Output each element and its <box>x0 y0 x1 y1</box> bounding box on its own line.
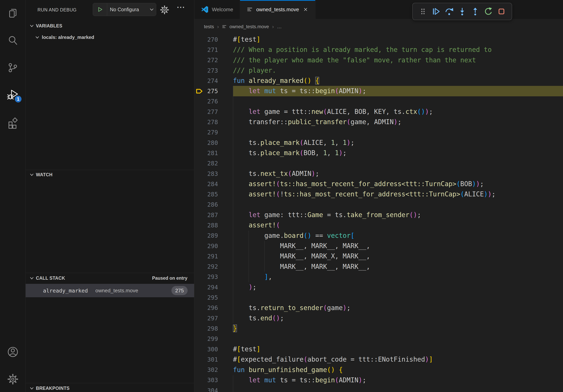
sidebar-item-run-and-debug[interactable]: 1 <box>0 86 26 104</box>
code-line-content[interactable] <box>233 292 563 303</box>
code-line-content[interactable]: ts.return_to_sender(game); <box>233 303 563 313</box>
gutter[interactable]: 279 <box>194 127 233 138</box>
continue-button[interactable] <box>431 7 441 16</box>
code-line-content[interactable]: } <box>233 323 563 334</box>
step-over-button[interactable] <box>445 7 454 16</box>
close-icon[interactable] <box>303 7 308 13</box>
gutter[interactable]: 292 <box>194 261 233 272</box>
code-line-284[interactable]: 284 assert!(ts::has_most_recent_for_addr… <box>194 179 563 189</box>
gutter[interactable]: 275 <box>194 86 233 96</box>
code-line-276[interactable]: 276 <box>194 96 563 107</box>
code-line-content[interactable]: #[test] <box>233 344 563 354</box>
code-line-298[interactable]: 298} <box>194 323 563 334</box>
code-line-299[interactable]: 299 <box>194 334 563 344</box>
code-line-304[interactable]: 304 <box>194 385 563 392</box>
code-line-content[interactable]: let mut ts = ts::begin(ADMIN); <box>233 375 563 385</box>
gutter[interactable]: 276 <box>194 96 233 107</box>
code-line-content[interactable]: /// player. <box>233 65 563 76</box>
gutter[interactable]: 277 <box>194 107 233 117</box>
gutter[interactable]: 270 <box>194 34 233 45</box>
gutter[interactable]: 300 <box>194 344 233 354</box>
tab-owned-tests-move[interactable]: owned_tests.move <box>240 0 315 19</box>
code-line-272[interactable]: 272/// the player who made the "false" m… <box>194 55 563 65</box>
code-line-279[interactable]: 279 <box>194 127 563 138</box>
start-debug-button[interactable] <box>93 3 107 16</box>
gutter[interactable]: 303 <box>194 375 233 385</box>
code-line-content[interactable] <box>233 199 563 210</box>
gutter[interactable]: 288 <box>194 220 233 230</box>
settings-button[interactable] <box>0 370 26 388</box>
code-line-292[interactable]: 292 MARK__, MARK__, MARK__, <box>194 261 563 272</box>
gutter[interactable]: 282 <box>194 158 233 169</box>
code-line-288[interactable]: 288 assert!( <box>194 220 563 230</box>
more-actions-icon[interactable]: ··· <box>175 1 187 13</box>
gutter[interactable]: 285 <box>194 189 233 199</box>
gutter[interactable]: 284 <box>194 179 233 189</box>
sidebar-item-extensions[interactable] <box>0 114 26 132</box>
code-line-287[interactable]: 287 let game: ttt::Game = ts.take_from_s… <box>194 210 563 220</box>
step-out-button[interactable] <box>471 7 480 16</box>
gutter[interactable]: 287 <box>194 210 233 220</box>
gutter[interactable]: 298 <box>194 323 233 334</box>
tab-welcome[interactable]: Welcome <box>194 0 240 19</box>
gutter[interactable]: 296 <box>194 303 233 313</box>
code-line-content[interactable]: ts.next_tx(ADMIN); <box>233 169 563 179</box>
gutter[interactable]: 280 <box>194 138 233 148</box>
section-watch[interactable]: WATCH <box>26 170 194 179</box>
code-line-content[interactable]: MARK__, MARK__, MARK__, <box>233 261 563 272</box>
gutter[interactable]: 304 <box>194 385 233 392</box>
code-line-content[interactable]: transfer::public_transfer(game, ADMIN); <box>233 117 563 127</box>
code-line-301[interactable]: 301#[expected_failure(abort_code = ttt::… <box>194 354 563 365</box>
code-line-283[interactable]: 283 ts.next_tx(ADMIN); <box>194 169 563 179</box>
accounts-button[interactable] <box>0 343 26 361</box>
breadcrumb-item-file[interactable]: owned_tests.move <box>230 24 269 29</box>
gutter[interactable]: 293 <box>194 272 233 282</box>
code-line-content[interactable]: assert!(ts::has_most_recent_for_address<… <box>233 179 563 189</box>
code-line-273[interactable]: 273/// player. <box>194 65 563 76</box>
code-line-296[interactable]: 296 ts.return_to_sender(game); <box>194 303 563 313</box>
step-into-button[interactable] <box>458 7 467 16</box>
breadcrumb-item-tests[interactable]: tests <box>204 24 214 29</box>
code-line-285[interactable]: 285 assert!(!ts::has_most_recent_for_add… <box>194 189 563 199</box>
code-line-282[interactable]: 282 <box>194 158 563 169</box>
gutter[interactable]: 299 <box>194 334 233 344</box>
gutter[interactable]: 283 <box>194 169 233 179</box>
code-line-300[interactable]: 300#[test] <box>194 344 563 354</box>
stop-button[interactable] <box>497 7 506 16</box>
code-line-289[interactable]: 289 game.board() == vector[ <box>194 231 563 241</box>
section-call-stack[interactable]: CALL STACK Paused on entry <box>26 274 194 282</box>
gutter[interactable]: 294 <box>194 282 233 292</box>
configure-gear-icon[interactable] <box>160 5 169 15</box>
debug-config-dropdown[interactable]: No Configura <box>93 3 156 16</box>
code-line-content[interactable] <box>233 158 563 169</box>
code-line-277[interactable]: 277 let game = ttt::new(ALICE, BOB, KEY,… <box>194 107 563 117</box>
sidebar-item-search[interactable] <box>0 32 26 49</box>
restart-button[interactable] <box>484 7 493 16</box>
gutter[interactable]: 289 <box>194 231 233 241</box>
sidebar-item-explorer[interactable] <box>0 4 26 22</box>
toolbar-drag-handle[interactable] <box>418 7 428 16</box>
code-line-content[interactable]: fun burn_unfinished_game() { <box>233 365 563 375</box>
gutter[interactable]: 297 <box>194 313 233 323</box>
code-line-content[interactable]: assert!(!ts::has_most_recent_for_address… <box>233 189 563 199</box>
section-breakpoints[interactable]: BREAKPOINTS <box>26 384 194 392</box>
code-line-286[interactable]: 286 <box>194 199 563 210</box>
code-line-content[interactable]: ); <box>233 282 563 292</box>
code-line-content[interactable]: let mut ts = ts::begin(ADMIN); <box>233 86 563 96</box>
code-line-content[interactable]: let game: ttt::Game = ts.take_from_sende… <box>233 210 563 220</box>
sidebar-item-source-control[interactable] <box>0 59 26 77</box>
gutter[interactable]: 278 <box>194 117 233 127</box>
gutter[interactable]: 274 <box>194 76 233 86</box>
breadcrumb-item-more[interactable]: … <box>277 24 282 29</box>
code-line-303[interactable]: 303 let mut ts = ts::begin(ADMIN); <box>194 375 563 385</box>
section-variables[interactable]: VARIABLES <box>26 22 194 30</box>
code-line-content[interactable] <box>233 96 563 107</box>
gutter[interactable]: 302 <box>194 365 233 375</box>
code-line-270[interactable]: 270#[test] <box>194 34 563 45</box>
code-line-content[interactable]: game.board() == vector[ <box>233 231 563 241</box>
gutter[interactable]: 281 <box>194 148 233 158</box>
code-line-280[interactable]: 280 ts.place_mark(ALICE, 1, 1); <box>194 138 563 148</box>
code-line-275[interactable]: 275 let mut ts = ts::begin(ADMIN); <box>194 86 563 96</box>
code-line-content[interactable]: ts.end(); <box>233 313 563 323</box>
code-line-302[interactable]: 302fun burn_unfinished_game() { <box>194 365 563 375</box>
